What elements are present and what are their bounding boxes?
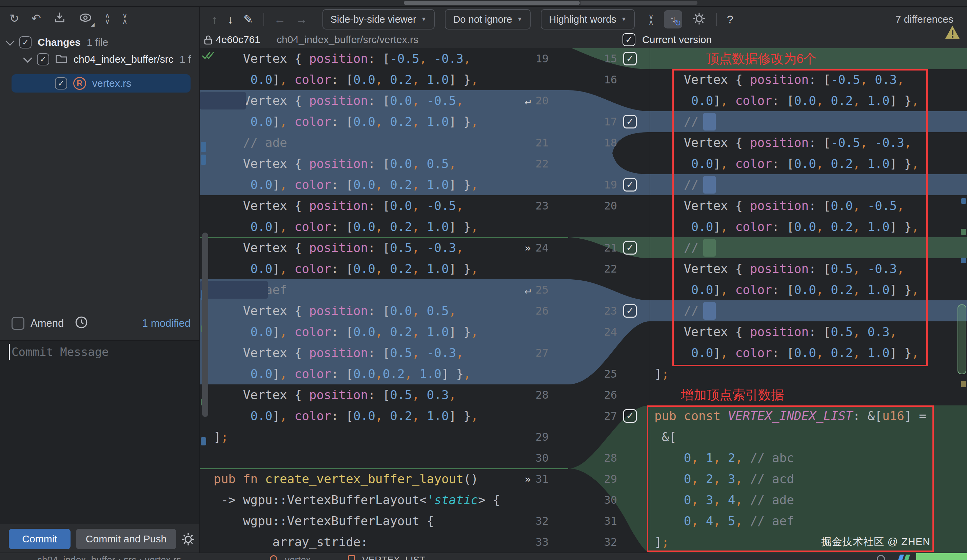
logo-bar-green — [903, 555, 910, 560]
history-clock-icon[interactable] — [74, 316, 88, 331]
help-icon[interactable]: ? — [727, 13, 733, 26]
collapse-all-icon[interactable]: ∨∧ — [122, 13, 127, 24]
line-checkbox[interactable]: ✓ — [623, 115, 637, 128]
breadcrumb-scope[interactable]: vertex — [285, 555, 310, 560]
back-arrow-icon[interactable]: ← — [274, 13, 286, 26]
word-diff-chip — [200, 281, 268, 299]
line-number: 23 — [502, 195, 549, 216]
line-checkbox[interactable]: ✓ — [623, 178, 637, 191]
dropdown-caret-icon: ◢ — [91, 22, 95, 27]
previous-difference-icon[interactable]: ↑ — [211, 13, 217, 26]
differences-count: 7 differences — [896, 13, 954, 25]
tree-row-folder[interactable]: ✓ ch04_index_buffer/src 1 f — [25, 51, 191, 68]
diff-right-gutter: 151617181920212223242526272829303132✓✓✓✓… — [568, 48, 650, 553]
watermark: 掘金技术社区 @ ZHEN — [821, 535, 931, 549]
top-scrollbar-dark[interactable] — [581, 1, 698, 5]
edit-pencil-icon[interactable]: ✎ — [243, 13, 253, 26]
line-number: 16 — [568, 69, 617, 90]
preview-diff-eye-icon[interactable]: ◢ — [78, 11, 92, 26]
expand-all-icon[interactable]: ∧∨ — [105, 13, 110, 24]
commit-options-gear-icon[interactable] — [181, 532, 195, 548]
line-checkbox[interactable]: ✓ — [623, 304, 637, 318]
amend-row: ✓ Amend 1 modified — [12, 315, 191, 331]
amend-checkbox[interactable]: ✓ — [12, 317, 25, 330]
commit-and-push-button[interactable]: Commit and Push — [76, 529, 176, 549]
changes-count: 1 file — [87, 36, 108, 48]
red-annotation-text: 增加顶点索引数据 — [681, 384, 784, 405]
code-line: 0.0], color: [0.0, 0.2, 1.0] }, — [200, 258, 568, 279]
line-number: »24 — [502, 237, 549, 258]
shelve-icon[interactable] — [53, 11, 66, 26]
diff-header: 4e60c761 ch04_index_buffer/src/vertex.rs… — [200, 33, 967, 49]
commit-message-area[interactable]: Commit Message — [0, 341, 200, 524]
annotation-rect-top — [672, 69, 928, 366]
code-line: 0.0], color: [0.0, 0.2, 1.0] }, — [200, 216, 568, 237]
ignore-policy-dropdown[interactable]: Do not ignore▼ — [445, 9, 531, 30]
highlight-mode-label: Highlight words — [549, 14, 616, 25]
code-line: -> wgpu::VertexBufferLayout<'static> { — [200, 489, 568, 511]
right-scrollbar-thumb[interactable] — [957, 305, 966, 374]
line-number: 32 — [502, 511, 549, 532]
changes-checkbox[interactable]: ✓ — [19, 36, 31, 48]
breadcrumb[interactable]: ch04_index_buffer › src › vertex.rs — [37, 555, 181, 560]
viewer-mode-dropdown[interactable]: Side-by-side viewer▼ — [322, 9, 435, 30]
modified-link[interactable]: 1 modified — [142, 317, 191, 329]
warning-triangle-icon[interactable] — [945, 25, 960, 41]
breadcrumb-symbol[interactable]: VERTEX_LIST — [362, 555, 425, 560]
folder-checkbox[interactable]: ✓ — [37, 53, 49, 66]
changes-label: Changes — [38, 36, 81, 48]
change-marker — [961, 198, 966, 204]
change-marker — [961, 229, 966, 235]
code-line: 0.0], color: [0.0, 0.2, 1.0] }, — [200, 174, 568, 195]
status-circle-icon[interactable] — [877, 555, 885, 560]
line-checkbox[interactable]: ✓ — [623, 409, 637, 423]
word-diff-chip — [200, 92, 246, 109]
code-line: 0.0], color: [0.0, 0.2, 1.0] }, — [200, 111, 568, 132]
dropdown-arrow-icon: ▼ — [421, 16, 427, 23]
tree-row-file-selected[interactable]: ✓ R vertex.rs — [12, 74, 191, 92]
symbol-icon — [348, 555, 355, 560]
refresh-icon[interactable]: ↻ — [10, 12, 19, 25]
line-number: 30 — [568, 489, 617, 511]
commit-and-push-label: Commit and Push — [86, 533, 167, 545]
line-number: 26 — [568, 384, 617, 405]
next-difference-icon[interactable]: ↓ — [228, 13, 233, 26]
current-version-checkbox[interactable]: ✓ — [622, 33, 635, 46]
line-checkbox[interactable]: ✓ — [623, 52, 637, 66]
highlight-mode-dropdown[interactable]: Highlight words▼ — [541, 9, 635, 30]
commit-hash[interactable]: 4e60c761 — [216, 34, 261, 45]
folder-count: 1 f — [180, 54, 191, 65]
diff-toolbar: ↑ ↓ ✎ ← → Side-by-side viewer▼ Do not ig… — [200, 6, 967, 33]
breadcrumb-bar: ch04_index_buffer › src › vertex.rs vert… — [0, 553, 967, 560]
commit-button[interactable]: Commit — [9, 529, 71, 549]
commit-panel: ↻ ↶ ◢ ∧∨ ∨∧ ✓ Changes 1 file ✓ ch04 — [0, 6, 200, 553]
tree-row-changes[interactable]: ✓ Changes 1 file — [7, 34, 108, 51]
diff-settings-gear-icon[interactable] — [692, 12, 706, 27]
chevron-down-icon[interactable] — [5, 36, 15, 46]
sync-refresh-icon: ↻ — [675, 19, 681, 28]
line-checkbox[interactable]: ✓ — [623, 241, 637, 255]
line-number: 32 — [568, 532, 617, 553]
line-number: ↵20 — [502, 90, 549, 111]
synchronize-scrolling-toggle[interactable]: ↑↓ ↻ — [664, 10, 682, 28]
insert-mode-badge — [916, 553, 967, 560]
dropdown-arrow-icon: ▼ — [621, 16, 627, 23]
red-annotation-text: 顶点数据修改为6个 — [706, 48, 817, 69]
change-marker — [201, 155, 206, 165]
line-number: »31 — [502, 468, 549, 489]
line-number: 26 — [502, 300, 549, 321]
left-scrollbar-thumb[interactable] — [202, 232, 208, 417]
change-marker — [961, 381, 966, 387]
text-caret — [9, 344, 10, 360]
file-checkbox[interactable]: ✓ — [55, 77, 67, 89]
forward-arrow-icon[interactable]: → — [296, 13, 307, 26]
top-scrollbar-light[interactable] — [404, 1, 580, 5]
commit-message-placeholder: Commit Message — [12, 344, 109, 360]
diff-left-editor[interactable]: Vertex { position: [-0.5, -0.3, 0.0], co… — [200, 48, 568, 553]
code-line: 0.0], color: [0.0, 0.2, 1.0] }, — [200, 69, 568, 90]
toolbar-separator — [716, 13, 717, 26]
collapse-unchanged-icon[interactable]: ∨∧ — [648, 13, 653, 25]
chevron-down-icon[interactable] — [23, 54, 32, 63]
rollback-icon[interactable]: ↶ — [31, 12, 41, 25]
line-number: 20 — [568, 195, 617, 216]
